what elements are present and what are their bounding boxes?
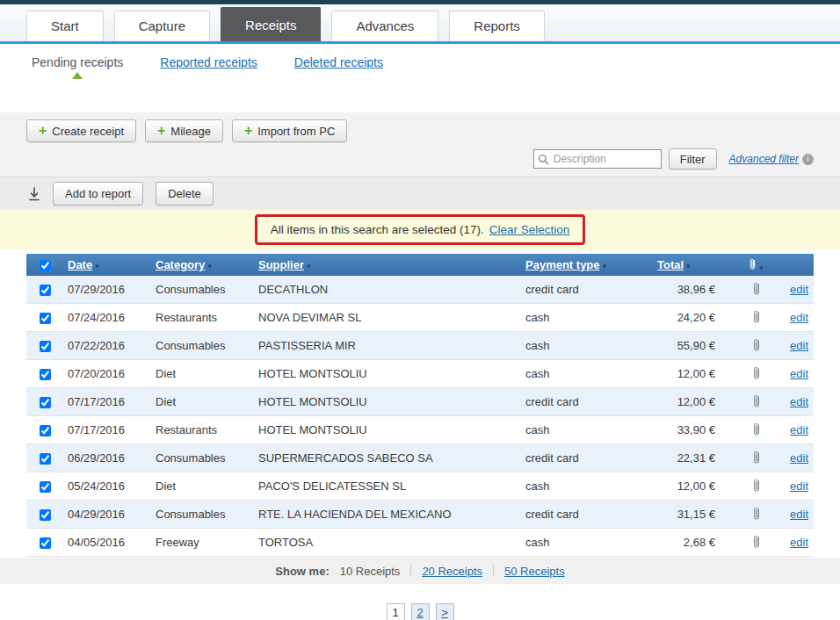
sort-arrow-icon[interactable]: ▾ xyxy=(95,262,99,270)
sort-arrow-icon[interactable]: ▾ xyxy=(307,262,311,270)
tab-start[interactable]: Start xyxy=(26,11,104,41)
row-checkbox[interactable] xyxy=(40,425,51,436)
row-checkbox[interactable] xyxy=(40,397,51,408)
receipt-row: 06/29/2016 Consumables SUPERMERCADOS SAB… xyxy=(26,444,814,472)
paperclip-icon xyxy=(736,332,776,360)
row-checkbox[interactable] xyxy=(40,369,51,380)
header-supplier-label[interactable]: Supplier xyxy=(258,258,304,271)
edit-link[interactable]: edit xyxy=(790,508,808,521)
row-select-cell xyxy=(26,416,63,444)
header-payment-type-label[interactable]: Payment type xyxy=(525,258,600,271)
row-payment-type: cash xyxy=(521,529,653,557)
receipt-row: 07/29/2016 Consumables DECATHLON credit … xyxy=(26,276,814,304)
row-date: 07/29/2016 xyxy=(63,276,151,304)
actions-row: + Create receipt + Mileage + Import from… xyxy=(26,119,814,142)
subnav-pending-receipts[interactable]: Pending receipts xyxy=(32,55,123,69)
row-category: Diet xyxy=(151,388,254,416)
row-checkbox[interactable] xyxy=(40,481,51,493)
export-down-arrow-icon[interactable] xyxy=(28,187,40,201)
filter-button[interactable]: Filter xyxy=(669,148,717,169)
edit-link[interactable]: edit xyxy=(790,423,808,436)
row-checkbox[interactable] xyxy=(40,537,51,549)
page-2[interactable]: 2 xyxy=(411,603,430,620)
sort-arrow-icon[interactable]: ▾ xyxy=(603,262,607,270)
edit-link[interactable]: edit xyxy=(790,536,808,549)
edit-link[interactable]: edit xyxy=(790,451,808,465)
receipt-row: 07/24/2016 Restaurants NOVA DEVIMAR SL c… xyxy=(26,304,814,332)
row-checkbox[interactable] xyxy=(40,313,51,324)
edit-link[interactable]: edit xyxy=(790,395,808,408)
sort-arrow-icon[interactable]: ▾ xyxy=(207,262,212,270)
row-edit-cell: edit xyxy=(776,332,814,360)
edit-link[interactable]: edit xyxy=(790,367,808,380)
row-checkbox[interactable] xyxy=(40,285,51,296)
mileage-button[interactable]: + Mileage xyxy=(145,119,223,142)
header-category: Category▾ xyxy=(151,254,254,276)
row-select-cell xyxy=(26,332,63,360)
plus-icon: + xyxy=(244,124,252,138)
search-row: Filter Advanced filter i xyxy=(26,148,814,169)
sort-arrow-icon[interactable]: ▾ xyxy=(759,263,764,272)
row-date: 05/24/2016 xyxy=(63,472,151,501)
row-select-cell xyxy=(26,501,63,529)
row-select-cell xyxy=(26,388,63,416)
row-total: 22,31 € xyxy=(653,444,736,472)
edit-link[interactable]: edit xyxy=(790,311,808,324)
row-total: 12,00 € xyxy=(653,388,736,416)
row-payment-type: cash xyxy=(521,472,653,501)
edit-link[interactable]: edit xyxy=(790,339,808,352)
add-to-report-button[interactable]: Add to report xyxy=(53,182,143,205)
row-supplier: HOTEL MONTSOLIU xyxy=(254,360,521,388)
tab-capture[interactable]: Capture xyxy=(114,11,210,41)
tab-reports[interactable]: Reports xyxy=(449,11,545,41)
paperclip-icon xyxy=(736,444,776,472)
select-all-checkbox[interactable] xyxy=(40,260,51,271)
page-1[interactable]: 1 xyxy=(387,603,405,620)
create-receipt-button[interactable]: + Create receipt xyxy=(26,119,136,142)
row-checkbox[interactable] xyxy=(40,509,51,521)
paperclip-icon xyxy=(736,501,776,529)
delete-button[interactable]: Delete xyxy=(156,182,214,205)
row-payment-type: cash xyxy=(521,332,653,360)
sort-arrow-icon[interactable]: ▾ xyxy=(686,262,691,270)
row-supplier: HOTEL MONTSOLIU xyxy=(254,388,521,416)
header-total-label[interactable]: Total xyxy=(657,258,684,271)
tab-advances[interactable]: Advances xyxy=(331,11,438,41)
row-category: Restaurants xyxy=(151,304,254,332)
paperclip-icon xyxy=(736,472,776,501)
edit-link[interactable]: edit xyxy=(790,283,808,296)
search-input[interactable] xyxy=(533,149,662,169)
paperclip-icon xyxy=(736,360,776,388)
tab-receipts[interactable]: Receipts xyxy=(221,7,321,41)
row-edit-cell: edit xyxy=(776,529,814,557)
paperclip-icon xyxy=(749,260,757,273)
subnav-reported-receipts[interactable]: Reported receipts xyxy=(160,55,257,69)
receipt-row: 07/22/2016 Consumables PASTISSERIA MIR c… xyxy=(26,332,814,360)
row-category: Consumables xyxy=(151,276,254,304)
row-select-cell xyxy=(26,304,63,332)
selection-message: All items in this search are selected (1… xyxy=(271,223,484,236)
clear-selection-link[interactable]: Clear Selection xyxy=(489,223,570,236)
showme-option-20-receipts[interactable]: 20 Receipts xyxy=(422,565,482,578)
header-category-label[interactable]: Category xyxy=(156,258,205,271)
row-payment-type: cash xyxy=(521,304,653,332)
paperclip-icon xyxy=(736,304,776,332)
tab-bar: StartCaptureReceiptsAdvancesReports xyxy=(0,4,840,44)
header-attachment: ▾ xyxy=(736,254,776,276)
row-category: Diet xyxy=(151,472,254,501)
row-total: 2,68 € xyxy=(653,529,736,557)
showme-option-50-receipts[interactable]: 50 Receipts xyxy=(504,565,565,578)
row-checkbox[interactable] xyxy=(40,453,51,465)
row-date: 04/05/2016 xyxy=(63,529,151,557)
edit-link[interactable]: edit xyxy=(790,479,808,493)
header-supplier: Supplier▾ xyxy=(254,254,521,276)
row-checkbox[interactable] xyxy=(40,341,51,352)
row-supplier: NOVA DEVIMAR SL xyxy=(254,304,521,332)
page-next[interactable]: > xyxy=(436,603,454,620)
subnav-deleted-receipts[interactable]: Deleted receipts xyxy=(294,55,383,69)
header-date-label[interactable]: Date xyxy=(68,258,92,271)
row-category: Freeway xyxy=(151,529,254,557)
import-from-pc-button[interactable]: + Import from PC xyxy=(232,119,347,142)
row-category: Consumables xyxy=(151,332,254,360)
advanced-filter-link[interactable]: Advanced filter i xyxy=(729,153,814,165)
